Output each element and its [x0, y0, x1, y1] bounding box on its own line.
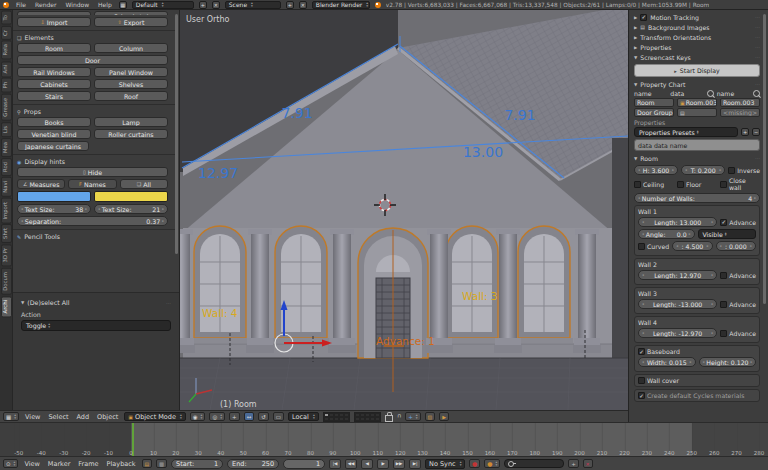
- baseboard-width-slider[interactable]: Width: 0.015: [638, 357, 696, 367]
- close-scene-button[interactable]: ✕: [299, 1, 307, 9]
- screencast-keys-panel[interactable]: ▼ Screencast Keys⋯: [634, 52, 760, 62]
- stairs-button[interactable]: Stairs: [17, 91, 91, 101]
- cabinets-button[interactable]: Cabinets: [17, 79, 91, 89]
- shelf-tab-archi[interactable]: Archi: [1, 296, 12, 317]
- shelf-tab-navi[interactable]: Navi: [1, 177, 12, 197]
- baseboard-height-slider[interactable]: Height: 0.120: [699, 357, 757, 367]
- wall-2-length-slider[interactable]: Length: 12.970: [638, 270, 717, 280]
- column-button[interactable]: Column: [94, 43, 168, 53]
- panel-window-button[interactable]: Panel Window: [94, 67, 168, 77]
- auto-keyframe-button[interactable]: ●: [484, 459, 500, 468]
- menu-add[interactable]: Add: [75, 413, 92, 421]
- property-chart-panel[interactable]: ▼ Property Chart⋯: [634, 79, 760, 89]
- japanese-curtains-button[interactable]: Japanese curtains: [17, 141, 89, 151]
- floor-checkbox[interactable]: [677, 181, 684, 188]
- wall-1-length-slider[interactable]: Length: 13.000: [638, 217, 717, 227]
- add-scene-button[interactable]: +: [286, 1, 294, 9]
- room-panel[interactable]: ▼ Room⋯: [634, 153, 760, 163]
- search-icon[interactable]: [753, 90, 760, 97]
- measures-toggle[interactable]: ∠Measures: [17, 179, 65, 189]
- rail-windows-button[interactable]: Rail Windows: [17, 67, 91, 77]
- motion-tracking-panel[interactable]: ▶ Motion Tracking⋯: [634, 12, 760, 22]
- menu-frame[interactable]: Frame: [76, 460, 100, 468]
- menu-playback[interactable]: Playback: [105, 460, 138, 468]
- chart-cell[interactable]: Door Group: [634, 108, 674, 117]
- mode-dropdown[interactable]: ▣ Object Mode: [124, 412, 186, 421]
- play-reverse-button[interactable]: ◀: [361, 459, 373, 469]
- wall-4-advance-checkbox[interactable]: [720, 330, 727, 337]
- close-wall-checkbox[interactable]: [720, 181, 727, 188]
- shelf-tab-ani[interactable]: Ani: [1, 61, 12, 77]
- wall-cover-checkbox[interactable]: [638, 377, 645, 384]
- shelf-tab-mea[interactable]: Mea: [1, 138, 12, 157]
- wall-4-length-slider[interactable]: Length: -12.970: [638, 328, 717, 338]
- lock-icon[interactable]: [385, 415, 393, 422]
- render-anim-button[interactable]: ▶: [439, 412, 449, 421]
- shelf-tab-rod[interactable]: Rod: [1, 158, 12, 176]
- wall-1-curved-checkbox[interactable]: [638, 243, 645, 250]
- add-preset-button[interactable]: +: [741, 128, 749, 136]
- cycles-materials-checkbox[interactable]: [638, 392, 645, 399]
- elements-panel-header[interactable]: ❏Elements: [17, 34, 168, 41]
- props-panel-header[interactable]: ⚲Props: [17, 108, 168, 115]
- translate-manipulator-button[interactable]: ↔: [244, 412, 255, 421]
- shelf-tab-import[interactable]: Import: [1, 198, 12, 224]
- insert-keyframe-button[interactable]: +: [568, 459, 578, 468]
- names-toggle[interactable]: FNames: [68, 179, 116, 189]
- number-of-walls-slider[interactable]: Number of Walls: 4: [634, 193, 760, 203]
- separation-slider[interactable]: Separation: 0.37: [17, 216, 168, 226]
- shelf-tab-docum[interactable]: Docum: [1, 268, 12, 295]
- add-layout-button[interactable]: +: [199, 1, 207, 9]
- baseboard-checkbox[interactable]: [638, 348, 645, 355]
- blender-logo-icon[interactable]: [3, 2, 9, 8]
- presets-dropdown[interactable]: Properties Presets: [634, 127, 738, 137]
- venetian-blind-button[interactable]: Venetian blind: [17, 129, 91, 139]
- wall-2-advance-checkbox[interactable]: [720, 272, 727, 279]
- action-dropdown[interactable]: Toggle: [21, 320, 171, 331]
- start-frame-field[interactable]: Start: 1: [171, 459, 223, 469]
- layers-widget-left[interactable]: [323, 412, 350, 422]
- scene-dropdown[interactable]: Scene: [225, 1, 281, 9]
- manipulator-toggle[interactable]: +: [229, 412, 240, 421]
- redo-panel-header[interactable]: ▼ (De)select All ⋯: [21, 299, 171, 306]
- shelf-tab-ph[interactable]: Ph: [1, 78, 12, 93]
- chart-cell[interactable]: Room: [634, 98, 674, 107]
- timeline-frames[interactable]: -50-40-30-20-100102030405060708090100110…: [0, 422, 768, 456]
- current-frame-field[interactable]: 1: [283, 459, 325, 469]
- measure-color-swatch[interactable]: [17, 191, 91, 202]
- background-images-panel[interactable]: ▶ ▤ Background Images⋯: [634, 22, 760, 32]
- menu-window[interactable]: Window: [63, 1, 91, 8]
- roller-curtains-button[interactable]: Roller curtains: [94, 129, 168, 139]
- snap-element-dropdown[interactable]: +: [405, 412, 420, 421]
- only-selected-toggle[interactable]: Only selected: [94, 11, 168, 15]
- viewport-shading-dropdown[interactable]: ◉: [190, 412, 206, 421]
- menu-view[interactable]: View: [22, 460, 41, 468]
- layers-widget-right[interactable]: [354, 412, 381, 422]
- wall-1-curve-offset-slider[interactable]: : 0.000: [716, 241, 756, 251]
- sync-dropdown[interactable]: No Sync: [425, 459, 465, 469]
- play-button[interactable]: ▶: [377, 459, 389, 469]
- wall-1-angle-slider[interactable]: Angle: 0.0: [638, 229, 695, 239]
- keying-set-field[interactable]: [504, 459, 564, 468]
- wall-3-length-slider[interactable]: Length: -13.000: [638, 299, 717, 309]
- shelf-tab-cr[interactable]: Cr: [1, 26, 12, 40]
- transform-orientations-panel[interactable]: ▶ Transform Orientations⋯: [634, 32, 760, 42]
- screen-layout-icon[interactable]: ▦: [119, 1, 127, 9]
- delete-keyframe-button[interactable]: ✕: [583, 459, 593, 468]
- measure-text-size-slider[interactable]: Text Size: 38: [17, 204, 91, 214]
- chart-cell[interactable]: <missing>: [720, 108, 760, 117]
- timeline-ruler[interactable]: -50-40-30-20-100102030405060708090100110…: [0, 423, 768, 456]
- export-button[interactable]: ⇧Export: [94, 17, 168, 27]
- data-name-field[interactable]: data data name: [634, 139, 760, 151]
- close-layout-button[interactable]: ✕: [212, 1, 220, 9]
- lock-range-button[interactable]: ▥: [156, 459, 167, 468]
- all-toggle[interactable]: ❏All: [120, 179, 168, 189]
- record-button[interactable]: ●: [469, 459, 480, 468]
- remove-preset-button[interactable]: −: [752, 128, 760, 136]
- shelf-tab-rela[interactable]: Rela: [1, 40, 12, 59]
- books-button[interactable]: Books: [17, 117, 91, 127]
- clipped-button[interactable]: [17, 11, 91, 15]
- end-frame-field[interactable]: End: 250: [227, 459, 279, 469]
- name-text-size-slider[interactable]: Text Size: 21: [94, 204, 168, 214]
- menu-view[interactable]: View: [23, 413, 42, 421]
